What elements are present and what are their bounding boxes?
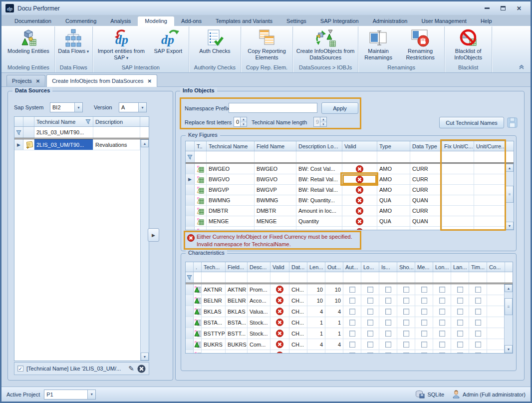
ribbon-button-modeling-entities[interactable]: Modeling Entities (5, 27, 51, 55)
checkbox[interactable] (457, 331, 463, 337)
description-cell[interactable]: BW: Cost Val... (296, 164, 342, 174)
ribbon-button-sap-export[interactable]: dpSAP Export (149, 27, 188, 55)
checkbox[interactable] (385, 320, 391, 326)
sap-system-select[interactable]: BI2 ▾ (50, 102, 83, 112)
checkbox[interactable] (457, 298, 463, 304)
valid-cell[interactable] (270, 317, 289, 328)
output-length-cell[interactable]: 4 (325, 306, 343, 317)
ribbon-button-copy-reporting-elements[interactable]: Copy Reporting Elements (244, 27, 290, 62)
column-header-data-type[interactable]: Data Type (410, 141, 442, 151)
ribbon-tab-help[interactable]: Help (474, 16, 499, 26)
valid-cell[interactable] (270, 350, 289, 353)
column-header-description-lo[interactable]: Description Lo... (296, 141, 342, 151)
length-cell[interactable]: 10 (307, 284, 325, 295)
technical-name-cell[interactable]: BSTA... (202, 317, 226, 328)
column-header-sho[interactable]: Sho... (397, 262, 415, 272)
compounding-cell[interactable] (487, 295, 504, 306)
ribbon-button-renaming-restrictions[interactable]: Renaming Restrictions (397, 27, 443, 62)
ribbon-button-data-flows[interactable]: Data Flows ▾ (56, 27, 91, 55)
checkbox[interactable] (385, 331, 391, 337)
checkbox[interactable] (403, 320, 409, 326)
namespace-prefix-input[interactable] (229, 103, 317, 113)
scroll-down-icon[interactable]: ▼ (141, 353, 149, 361)
filter-cell[interactable] (474, 151, 505, 162)
column-header-len[interactable]: Len... (307, 262, 325, 272)
technical-name-cell[interactable]: BWGVP (207, 185, 255, 195)
maximize-button[interactable] (500, 5, 507, 11)
checkbox[interactable] (385, 298, 391, 304)
close-tab-icon[interactable]: ✕ (36, 78, 40, 84)
checkbox[interactable] (421, 298, 427, 304)
unit-currency-cell[interactable] (474, 195, 505, 205)
compounding-cell[interactable] (487, 339, 504, 350)
column-header-is[interactable]: Is... (379, 262, 397, 272)
clear-filter-icon[interactable] (137, 365, 146, 373)
filter-cell[interactable] (361, 272, 379, 283)
vertical-scrollbar[interactable]: ▲≡▼ (505, 164, 514, 230)
fix-unit-cell[interactable] (442, 174, 474, 184)
field-name-cell[interactable]: BUKRS (226, 339, 248, 350)
data-type-cell[interactable]: CH... (289, 317, 307, 328)
valid-cell[interactable] (270, 339, 289, 350)
checkbox[interactable] (457, 353, 463, 354)
checkbox[interactable] (349, 309, 355, 315)
compounding-cell[interactable] (487, 328, 504, 339)
valid-cell[interactable] (270, 284, 289, 295)
checkbox[interactable] (385, 353, 391, 354)
checkbox[interactable] (475, 353, 481, 354)
description-cell[interactable]: BW: Quantity... (296, 195, 342, 205)
checkbox[interactable] (475, 309, 481, 315)
description-cell[interactable]: Amount in loc... (296, 206, 342, 216)
column-header-co[interactable]: Co... (487, 262, 505, 272)
checkbox[interactable] (475, 320, 481, 326)
vertical-scrollbar[interactable]: ▲ ▼ (140, 139, 149, 361)
ribbon-button-import-entities-from-sap[interactable]: dpImport entities from SAP ▾ (94, 27, 149, 62)
type-cell[interactable]: AMO (377, 185, 410, 195)
description-cell[interactable]: BW: Retail Val... (296, 174, 342, 184)
technical-name-cell[interactable]: BWGEO (207, 164, 255, 174)
compounding-cell[interactable] (487, 317, 504, 328)
output-length-cell[interactable]: 1 (325, 317, 343, 328)
checkbox[interactable] (421, 342, 427, 348)
technical-name-cell[interactable]: NOSSO (207, 227, 255, 230)
checkbox[interactable] (421, 353, 427, 354)
scroll-up-icon[interactable]: ▲ (505, 284, 513, 292)
filter-cell[interactable] (325, 272, 343, 283)
cut-technical-names-button[interactable]: Cut Technical Names (439, 117, 504, 128)
filter-cell[interactable] (202, 272, 226, 283)
spinner-down-icon[interactable]: ▼ (241, 122, 247, 127)
checkbox[interactable] (349, 353, 355, 354)
filter-cell[interactable] (194, 272, 202, 283)
checkbox[interactable] (403, 298, 409, 304)
filter-cell[interactable] (270, 272, 289, 283)
checkbox[interactable] (421, 287, 427, 293)
data-type-cell[interactable]: CURR (410, 185, 442, 195)
filter-cell[interactable] (195, 151, 207, 162)
checkbox[interactable] (457, 287, 463, 293)
checkbox[interactable] (349, 320, 355, 326)
checkbox[interactable] (475, 342, 481, 348)
filter-cell[interactable] (451, 272, 469, 283)
save-icon[interactable] (507, 117, 518, 128)
scroll-up-icon[interactable]: ▲ (506, 164, 514, 172)
description-cell[interactable]: Stock... (248, 317, 270, 328)
ribbon-tab-settings[interactable]: Settings (279, 16, 313, 26)
spinner-up-icon[interactable]: ▲ (241, 117, 247, 122)
fix-unit-cell[interactable] (442, 164, 474, 174)
description-cell[interactable]: Valua... (248, 306, 270, 317)
datasource-description-cell[interactable]: Revaluations (93, 139, 140, 150)
checkbox[interactable] (349, 298, 355, 304)
type-cell[interactable]: AMO (377, 174, 410, 184)
compounding-cell[interactable] (487, 350, 504, 353)
valid-cell[interactable] (342, 195, 377, 205)
checkbox[interactable] (403, 309, 409, 315)
technical-name-cell[interactable]: MENGE (207, 216, 255, 226)
checkbox[interactable] (385, 287, 391, 293)
ribbon-tab-administration[interactable]: Administration (366, 16, 415, 26)
type-cell[interactable]: QUA (377, 216, 410, 226)
filter-cell[interactable] (397, 272, 415, 283)
column-header-aut[interactable]: Aut... (343, 262, 361, 272)
data-type-cell[interactable]: CH... (289, 284, 307, 295)
filter-cell[interactable] (487, 272, 505, 283)
column-header-tim[interactable]: Tim... (469, 262, 487, 272)
